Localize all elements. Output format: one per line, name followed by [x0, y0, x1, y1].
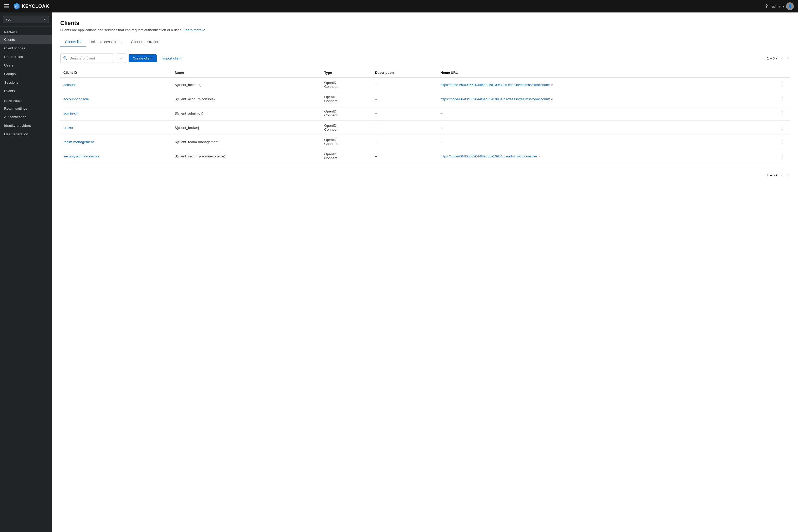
client-id-link[interactable]: realm-management	[63, 140, 94, 144]
sidebar-item-realm-roles[interactable]: Realm roles	[0, 53, 52, 61]
sidebar-item-identity-providers[interactable]: Identity providers	[0, 121, 52, 130]
prev-page-button[interactable]: ‹	[780, 55, 783, 61]
kebab-menu-button[interactable]: ⋮	[778, 81, 786, 88]
col-name: Name	[172, 68, 321, 77]
cell-description: –	[372, 149, 437, 164]
help-icon[interactable]: ?	[765, 4, 768, 9]
realm-selector[interactable]: vcd	[0, 13, 52, 26]
client-id-link[interactable]: broker	[63, 126, 73, 130]
next-page-button[interactable]: ›	[786, 55, 790, 61]
cell-name: ${client_account-console}	[172, 92, 321, 106]
navbar-left: KC KEYCLOAK	[4, 3, 49, 10]
cell-actions: ⋮	[750, 92, 790, 106]
cell-description: –	[372, 106, 437, 120]
toolbar: 🔍 → Create client Import client 1 – 6 ▾ …	[60, 54, 790, 63]
manage-section-label: Manage	[0, 26, 52, 35]
sidebar-item-groups-label: Groups	[4, 72, 16, 76]
tab-client-registration[interactable]: Client registration	[126, 37, 164, 47]
tab-initial-access-token[interactable]: Initial access token	[86, 37, 126, 47]
sidebar-item-user-federation[interactable]: User federation	[0, 130, 52, 138]
kebab-menu-button[interactable]: ⋮	[778, 153, 786, 159]
bottom-pagination: 1 – 6 ▾ ‹ ›	[60, 170, 790, 178]
page-num-dropdown[interactable]: 1 – 6 ▾	[767, 56, 778, 60]
hamburger-menu[interactable]	[4, 4, 9, 8]
sidebar-item-identity-providers-label: Identity providers	[4, 124, 31, 128]
bottom-next-button[interactable]: ›	[786, 172, 790, 178]
toolbar-left: 🔍 → Create client Import client	[60, 54, 185, 63]
cell-description: –	[372, 120, 437, 135]
search-submit-button[interactable]: →	[117, 54, 126, 63]
sidebar-item-realm-roles-label: Realm roles	[4, 55, 23, 59]
search-input[interactable]	[70, 56, 111, 60]
tab-clients-list[interactable]: Clients list	[60, 37, 86, 47]
client-id-link[interactable]: account-console	[63, 97, 89, 101]
col-client-id: Client ID	[60, 68, 172, 77]
page-title: Clients	[60, 20, 790, 26]
home-url-link[interactable]: https://node-664f0d662044f6eb35a10964.ps…	[440, 83, 550, 87]
pagination-label: 1 – 6	[767, 56, 775, 60]
sidebar-item-users[interactable]: Users	[0, 61, 52, 70]
cell-client-id: broker	[60, 120, 172, 135]
sidebar-item-groups[interactable]: Groups	[0, 70, 52, 78]
home-url-link[interactable]: https://node-664f0d662044f6eb35a10964.ps…	[440, 97, 550, 101]
bottom-page-num[interactable]: 1 – 6 ▾	[766, 173, 778, 177]
sidebar-item-events[interactable]: Events	[0, 87, 52, 95]
table-row: admin-cli${client_admin-cli}OpenIDConnec…	[60, 106, 790, 120]
cell-name: ${client_broker}	[172, 120, 321, 135]
sidebar-item-user-federation-label: User federation	[4, 132, 28, 136]
table-body: account${client_account}OpenIDConnect–ht…	[60, 77, 790, 164]
navbar: KC KEYCLOAK ? admin ▾ 👤	[0, 0, 798, 13]
sidebar-item-sessions[interactable]: Sessions	[0, 78, 52, 87]
col-type: Type	[321, 68, 372, 77]
cell-type: OpenIDConnect	[321, 106, 372, 120]
table-row: account-console${client_account-console}…	[60, 92, 790, 106]
cell-type: OpenIDConnect	[321, 120, 372, 135]
external-link-icon: ↗	[203, 28, 205, 32]
cell-description: –	[372, 135, 437, 149]
col-home-url: Home URL	[437, 68, 750, 77]
cell-actions: ⋮	[750, 149, 790, 164]
user-dropdown[interactable]: admin ▾ 👤	[772, 2, 794, 10]
cell-home-url: https://node-664f0d662044f6eb35a10964.ps…	[437, 92, 750, 106]
create-client-button[interactable]: Create client	[129, 54, 157, 62]
sidebar-item-realm-settings-label: Realm settings	[4, 107, 27, 110]
cell-home-url: –	[437, 120, 750, 135]
main-layout: vcd Manage Clients Client scopes Realm r…	[0, 13, 798, 532]
sidebar-item-authentication[interactable]: Authentication	[0, 113, 52, 121]
client-id-link[interactable]: security-admin-console	[63, 154, 99, 158]
external-link-icon: ↗	[537, 155, 540, 158]
cell-client-id: security-admin-console	[60, 149, 172, 164]
cell-home-url: –	[437, 106, 750, 120]
client-id-link[interactable]: account	[63, 83, 76, 87]
cell-type: OpenIDConnect	[321, 77, 372, 92]
cell-client-id: account-console	[60, 92, 172, 106]
kebab-menu-button[interactable]: ⋮	[778, 96, 786, 102]
main-content: Clients Clients are applications and ser…	[52, 13, 798, 532]
cell-client-id: admin-cli	[60, 106, 172, 120]
cell-home-url: –	[437, 135, 750, 149]
cell-actions: ⋮	[750, 135, 790, 149]
learn-more-link[interactable]: Learn more ↗	[184, 28, 205, 32]
logo-text: KEYCLOAK	[22, 4, 49, 9]
home-url-link[interactable]: https://node-664f0d662044f6eb35a10964.ps…	[440, 154, 537, 158]
client-id-link[interactable]: admin-cli	[63, 111, 77, 115]
cell-name: ${client_account}	[172, 77, 321, 92]
sidebar-item-client-scopes[interactable]: Client scopes	[0, 44, 52, 53]
kebab-menu-button[interactable]: ⋮	[778, 110, 786, 117]
sidebar-item-clients[interactable]: Clients	[0, 35, 52, 44]
col-description: Description	[372, 68, 437, 77]
realm-select[interactable]: vcd	[3, 16, 49, 23]
cell-type: OpenIDConnect	[321, 92, 372, 106]
cell-home-url: https://node-664f0d662044f6eb35a10964.ps…	[437, 149, 750, 164]
kebab-menu-button[interactable]: ⋮	[778, 138, 786, 145]
bottom-prev-button[interactable]: ‹	[780, 172, 783, 178]
chevron-down-icon: ▾	[776, 173, 778, 177]
chevron-down-icon: ▾	[776, 56, 778, 60]
sidebar-item-realm-settings[interactable]: Realm settings	[0, 104, 52, 113]
kebab-menu-button[interactable]: ⋮	[778, 124, 786, 131]
clients-table: Client ID Name Type Description Home URL…	[60, 68, 790, 164]
cell-actions: ⋮	[750, 106, 790, 120]
sidebar: vcd Manage Clients Client scopes Realm r…	[0, 13, 52, 532]
page-description: Clients are applications and services th…	[60, 28, 790, 32]
import-client-button[interactable]: Import client	[159, 54, 185, 62]
